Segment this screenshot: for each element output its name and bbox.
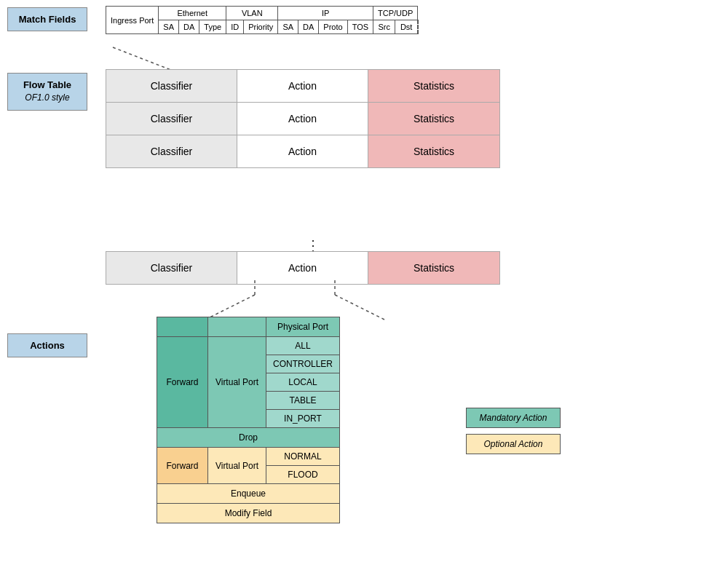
tcp-dst: Dst <box>395 20 418 34</box>
legend-optional-item: Optional Action <box>466 434 561 454</box>
actions-box: Physical Port Forward Virtual Port ALL C… <box>157 317 340 523</box>
flow-table-label: Flow Table OF1.0 style <box>7 73 87 111</box>
eth-sa: SA <box>159 20 179 34</box>
legend: Mandatory Action Optional Action <box>466 408 561 460</box>
tcp-src: Src <box>373 20 395 34</box>
opt-local: LOCAL <box>266 373 339 392</box>
ip-da: DA <box>298 20 319 34</box>
flow-row2-statistics: Statistics <box>368 103 499 135</box>
flow-single-classifier: Classifier <box>106 252 237 284</box>
legend-optional-text: Optional Action <box>484 439 543 449</box>
optional-section: Forward Virtual Port NORMAL FLOOD Enqueu… <box>157 448 339 523</box>
actions-label: Actions <box>7 333 87 357</box>
ethernet-header: Ethernet <box>159 7 226 20</box>
virtual-port-mandatory-cell: Virtual Port <box>208 337 266 427</box>
opt-table: TABLE <box>266 392 339 410</box>
flow-table-row-3: Classifier Action Statistics <box>106 135 499 167</box>
flow-row3-classifier: Classifier <box>106 135 237 167</box>
virtual-port-optional-cell: Virtual Port <box>208 448 266 483</box>
ip-tos: TOS <box>347 20 373 34</box>
flow-row1-statistics: Statistics <box>368 70 499 102</box>
match-fields-text: Match Fields <box>19 14 76 25</box>
actions-label-text: Actions <box>30 340 65 351</box>
flow-single-action: Action <box>237 252 368 284</box>
flow-row2-action: Action <box>237 103 368 135</box>
match-fields-table: Ingress Port Ethernet VLAN IP TCP/UDP SA… <box>106 6 419 34</box>
flow-table-row-2: Classifier Action Statistics <box>106 103 499 135</box>
opt-all: ALL <box>266 337 339 355</box>
physical-port-cell: Physical Port <box>266 317 339 336</box>
legend-mandatory-box: Mandatory Action <box>466 408 561 428</box>
opt-controller: CONTROLLER <box>266 355 339 373</box>
ip-proto: Proto <box>319 20 347 34</box>
forward-virtual-section: Forward Virtual Port ALL CONTROLLER LOCA… <box>157 337 339 427</box>
virtual-options-mandatory: ALL CONTROLLER LOCAL TABLE IN_PORT <box>266 337 339 427</box>
enqueue-row: Enqueue <box>157 484 339 504</box>
vlan-id: ID <box>226 20 244 34</box>
modify-field-row: Modify Field <box>157 504 339 523</box>
mandatory-section: Physical Port Forward Virtual Port ALL C… <box>157 317 339 428</box>
flow-row2-classifier: Classifier <box>106 103 237 135</box>
virtual-options-optional: NORMAL FLOOD <box>266 448 339 483</box>
svg-line-6 <box>335 295 386 320</box>
flow-row1-action: Action <box>237 70 368 102</box>
vlan-priority: Priority <box>244 20 278 34</box>
forward-mandatory-cell: Forward <box>157 337 208 427</box>
opt-normal: NORMAL <box>266 448 339 466</box>
flow-row3-action: Action <box>237 135 368 167</box>
legend-mandatory-text: Mandatory Action <box>480 413 547 423</box>
ingress-port-header: Ingress Port <box>106 7 159 34</box>
drop-row: Drop <box>157 428 339 448</box>
flow-table-rows: Classifier Action Statistics Classifier … <box>106 69 500 168</box>
opt-inport: IN_PORT <box>266 410 339 427</box>
legend-optional-box: Optional Action <box>466 434 561 454</box>
physical-port-row: Physical Port <box>157 317 339 337</box>
forward-optional-cell: Forward <box>157 448 208 483</box>
flow-table-sublabel: OF1.0 style <box>25 92 69 103</box>
flow-table-text: Flow Table <box>23 79 71 90</box>
eth-type: Type <box>199 20 226 34</box>
tcpudp-header: TCP/UDP <box>373 7 418 20</box>
opt-flood: FLOOD <box>266 466 339 483</box>
optional-forward-virtual: Forward Virtual Port NORMAL FLOOD <box>157 448 339 484</box>
vlan-header: VLAN <box>226 7 278 20</box>
eth-da: DA <box>179 20 199 34</box>
ip-header: IP <box>278 7 373 20</box>
ip-sa: SA <box>278 20 298 34</box>
diagram-container: Match Fields Ingress Port Ethernet VLAN … <box>0 0 728 570</box>
flow-row3-statistics: Statistics <box>368 135 499 167</box>
legend-mandatory-item: Mandatory Action <box>466 408 561 428</box>
flow-single-statistics: Statistics <box>368 252 499 284</box>
match-fields-label: Match Fields <box>7 7 87 31</box>
flow-table-row-1: Classifier Action Statistics <box>106 70 499 103</box>
flow-row1-classifier: Classifier <box>106 70 237 102</box>
